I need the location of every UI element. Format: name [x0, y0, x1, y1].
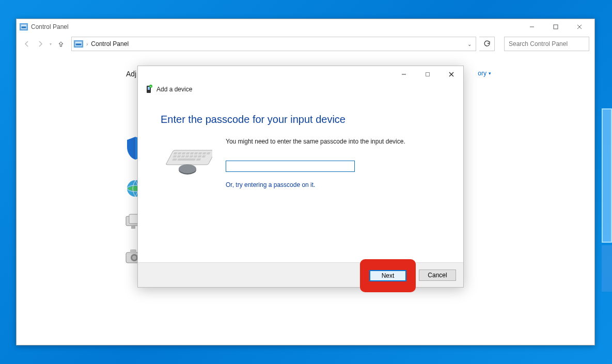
address-dropdown[interactable]: ⌄ — [467, 41, 474, 47]
back-button[interactable] — [22, 39, 32, 49]
address-bar[interactable]: › Control Panel ⌄ — [71, 37, 476, 51]
control-panel-icon — [20, 23, 28, 30]
svg-point-49 — [179, 164, 196, 173]
dialog-content: Enter the passcode for your input device — [138, 100, 463, 188]
minimize-button[interactable] — [520, 20, 544, 34]
history-dropdown[interactable]: ▾ — [49, 42, 53, 46]
window-titlebar: Control Panel — [17, 19, 594, 35]
chevron-down-icon: ▾ — [489, 71, 491, 76]
svg-text:+: + — [150, 85, 152, 88]
close-button[interactable] — [568, 20, 591, 34]
breadcrumb-separator: › — [86, 41, 88, 47]
svg-point-18 — [132, 256, 136, 260]
dialog-title: Add a device — [156, 86, 192, 93]
refresh-button[interactable] — [479, 37, 495, 51]
toolbar: ▾ › Control Panel ⌄ — [17, 35, 594, 53]
up-button[interactable] — [56, 39, 66, 49]
dialog-heading: Enter the passcode for your input device — [161, 114, 441, 125]
dialog-maximize-button[interactable] — [416, 67, 440, 82]
dialog-instruction: You might need to enter the same passcod… — [226, 138, 441, 145]
dialog-titlebar — [138, 66, 463, 83]
view-by-label: ory — [478, 70, 487, 77]
view-by-dropdown[interactable]: ory ▾ — [478, 70, 491, 77]
search-box[interactable] — [504, 37, 589, 51]
body-heading: Adj — [126, 70, 136, 78]
cancel-button[interactable]: Cancel — [419, 270, 456, 281]
dialog-close-button[interactable] — [440, 67, 463, 82]
forward-button[interactable] — [35, 39, 45, 49]
next-button[interactable]: Next — [369, 270, 406, 281]
svg-rect-20 — [426, 73, 430, 76]
svg-rect-1 — [22, 26, 26, 28]
desktop-accent — [602, 108, 612, 243]
add-device-dialog: + Add a device Enter the passcode for yo… — [137, 66, 464, 288]
keyboard-icon — [161, 147, 217, 180]
maximize-button[interactable] — [544, 20, 568, 34]
add-device-icon: + — [145, 85, 152, 94]
dialog-minimize-button[interactable] — [392, 67, 416, 82]
svg-rect-14 — [131, 226, 135, 229]
svg-rect-46 — [177, 159, 196, 161]
svg-rect-7 — [76, 43, 82, 45]
desktop-accent — [602, 245, 612, 292]
passcode-input[interactable] — [226, 161, 355, 172]
svg-rect-24 — [148, 87, 150, 90]
breadcrumb[interactable]: Control Panel — [91, 40, 129, 48]
svg-rect-16 — [130, 249, 136, 254]
alt-passcode-link[interactable]: Or, try entering a passcode on it. — [226, 181, 441, 188]
search-input[interactable] — [508, 40, 587, 48]
next-button-highlight: Next — [360, 259, 416, 292]
address-icon — [74, 40, 83, 48]
svg-rect-3 — [554, 25, 558, 29]
dialog-header: + Add a device — [138, 83, 463, 100]
window-title: Control Panel — [31, 23, 69, 30]
